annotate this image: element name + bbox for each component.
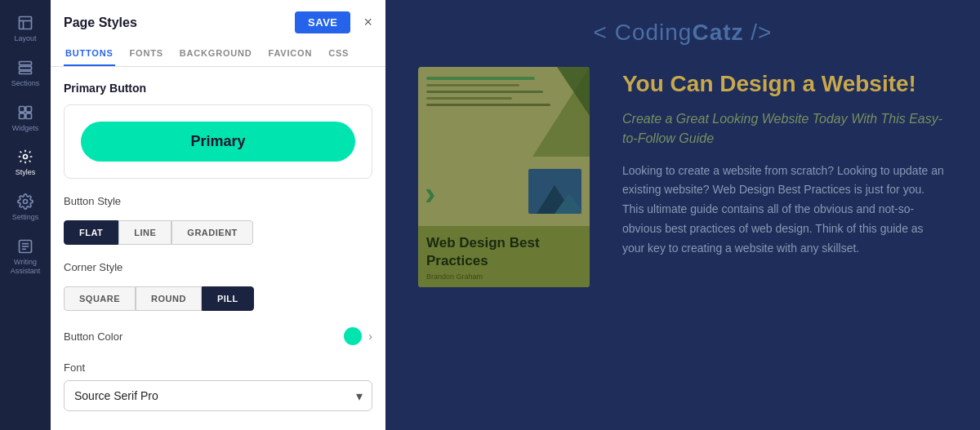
content-subheading: Create a Great Looking Website Today Wit… [622, 109, 947, 149]
svg-rect-6 [20, 106, 25, 112]
sidebar-item-label: Sections [11, 79, 40, 88]
tab-background[interactable]: BACKGROUND [178, 42, 254, 66]
button-style-label: Button Style [64, 195, 372, 207]
icon-sidebar: Layout Sections Widgets Styles Settings [0, 0, 51, 430]
svg-rect-9 [26, 113, 32, 118]
widgets-icon [17, 104, 33, 121]
sidebar-item-styles[interactable]: Styles [0, 140, 51, 185]
brand-name-bold: Catz [692, 20, 743, 45]
book-title-area: Web Design Best Practices Brandon Graham [418, 226, 590, 287]
panel-content: Primary Button Primary Button Style FLAT… [51, 67, 385, 430]
book-line-2 [426, 84, 519, 86]
primary-button-section: Primary Button Primary [64, 82, 372, 179]
book-title: Web Design Best Practices [426, 234, 581, 270]
sidebar-item-widgets[interactable]: Widgets [0, 96, 51, 141]
panel-header: Page Styles SAVE × [51, 0, 385, 42]
corner-pill-button[interactable]: PILL [202, 286, 254, 311]
sidebar-item-label: Writing Assistant [0, 258, 51, 276]
close-button[interactable]: × [363, 14, 372, 31]
sidebar-item-label: Styles [16, 168, 36, 177]
panel-title: Page Styles [64, 16, 137, 30]
sidebar-item-label: Widgets [12, 124, 39, 133]
tab-favicon[interactable]: FAVICON [267, 42, 314, 66]
svg-rect-3 [20, 61, 32, 64]
svg-rect-4 [20, 66, 32, 69]
page-styles-panel: Page Styles SAVE × BUTTONS FONTS BACKGRO… [51, 0, 385, 430]
content-heading: You Can Design a Website! [622, 70, 947, 98]
writing-icon [17, 238, 33, 255]
font-label: Font [64, 361, 372, 374]
mountain-icon [528, 169, 581, 214]
corner-style-toggle: SQUARE ROUND PILL [64, 286, 372, 311]
sidebar-item-layout[interactable]: Layout [0, 7, 51, 51]
svg-rect-7 [26, 106, 32, 112]
color-dot[interactable] [344, 327, 362, 345]
book-image-area [528, 169, 581, 214]
layout-icon [17, 15, 33, 31]
panel-tabs: BUTTONS FONTS BACKGROUND FAVICON CSS [51, 42, 385, 67]
brand-suffix: /> [744, 20, 773, 45]
style-gradient-button[interactable]: GRADIENT [172, 220, 252, 245]
sidebar-item-sections[interactable]: Sections [0, 51, 51, 96]
brand-prefix: < [594, 20, 615, 45]
sidebar-item-writing-assistant[interactable]: Writing Assistant [0, 230, 51, 284]
primary-button-label: Primary Button [64, 82, 372, 95]
style-line-button[interactable]: LINE [118, 220, 172, 245]
text-content: You Can Design a Website! Create a Great… [622, 67, 947, 259]
website-header: < CodingCatz /> [385, 0, 980, 59]
svg-point-10 [24, 155, 28, 159]
website-preview: < CodingCatz /> › [385, 0, 980, 430]
color-arrow-icon: › [368, 330, 372, 343]
button-style-section: Button Style FLAT LINE GRADIENT [64, 195, 372, 245]
preview-primary-button[interactable]: Primary [81, 122, 355, 162]
corner-style-label: Corner Style [64, 261, 372, 273]
book-line-4 [426, 97, 512, 100]
style-flat-button[interactable]: FLAT [64, 220, 118, 245]
svg-rect-8 [20, 113, 25, 118]
book-arrow: › [425, 177, 435, 210]
brand-name-regular: Coding [615, 20, 693, 45]
content-body: Looking to create a website from scratch… [622, 162, 947, 259]
svg-point-11 [24, 200, 28, 204]
corner-round-button[interactable]: ROUND [136, 286, 202, 311]
sidebar-item-label: Layout [14, 34, 36, 43]
save-button[interactable]: SAVE [295, 11, 350, 33]
button-color-label: Button Color [64, 330, 122, 343]
font-select[interactable]: Source Serif Pro Roboto Open Sans Lato M… [64, 380, 372, 411]
corner-style-section: Corner Style SQUARE ROUND PILL [64, 261, 372, 311]
button-color-row: Button Color › [64, 327, 372, 345]
tab-fonts[interactable]: FONTS [128, 42, 165, 66]
corner-square-button[interactable]: SQUARE [64, 286, 136, 311]
tab-buttons[interactable]: BUTTONS [64, 42, 115, 66]
btn-preview-area: Primary [64, 104, 372, 179]
styles-icon [17, 149, 33, 165]
sidebar-item-label: Settings [12, 213, 39, 222]
tab-css[interactable]: CSS [327, 42, 350, 66]
website-brand: < CodingCatz /> [594, 20, 773, 46]
button-style-toggle: FLAT LINE GRADIENT [64, 220, 372, 245]
color-row-right[interactable]: › [344, 327, 372, 345]
svg-rect-0 [20, 17, 32, 29]
gear-icon [17, 193, 33, 210]
font-section: Font Source Serif Pro Roboto Open Sans L… [64, 361, 372, 411]
sections-icon [17, 60, 33, 76]
website-content: › Web Design Best Practices Brandon Grah… [385, 59, 980, 295]
sidebar-item-settings[interactable]: Settings [0, 185, 51, 230]
svg-rect-5 [20, 71, 32, 73]
book-geo-svg [516, 67, 590, 157]
book-author: Brandon Graham [426, 273, 581, 281]
font-select-wrapper: Source Serif Pro Roboto Open Sans Lato M… [64, 380, 372, 411]
book-cover: › Web Design Best Practices Brandon Grah… [418, 67, 590, 287]
